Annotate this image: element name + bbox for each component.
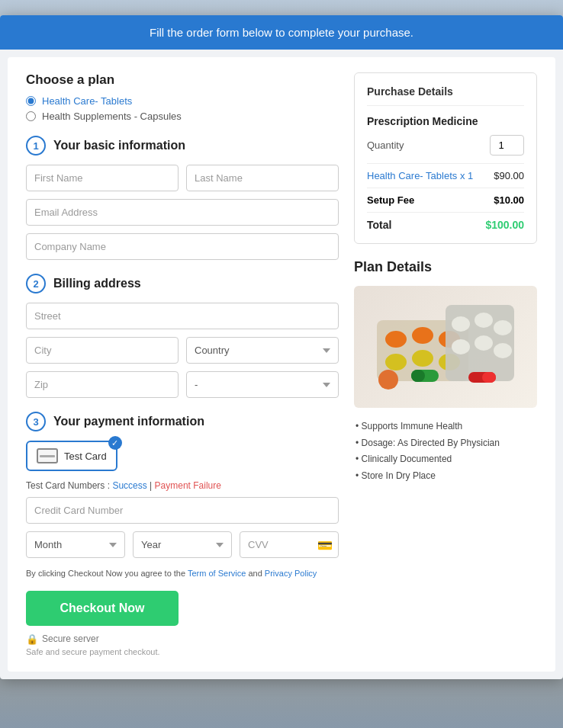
year-field: Year bbox=[133, 531, 232, 558]
lock-icon: 🔒 bbox=[26, 633, 38, 645]
last-name-field bbox=[186, 165, 339, 191]
city-field bbox=[26, 337, 179, 364]
street-row bbox=[26, 303, 339, 329]
purchase-details-title: Purchase Details bbox=[367, 85, 524, 106]
plan-feature-item: Clinically Documented bbox=[354, 451, 537, 468]
month-field: Month bbox=[26, 531, 125, 558]
company-input[interactable] bbox=[26, 233, 339, 260]
purchase-details-box: Purchase Details Prescription Medicine Q… bbox=[354, 72, 537, 244]
left-panel: Choose a plan Health Care- Tablets Healt… bbox=[26, 72, 339, 656]
cc-number-input[interactable] bbox=[26, 497, 339, 524]
email-field bbox=[26, 199, 339, 226]
secure-subtext: Safe and secure payment checkout. bbox=[26, 647, 339, 656]
choose-plan-section: Choose a plan Health Care- Tablets Healt… bbox=[26, 72, 339, 122]
plan-feature-item: Store In Dry Place bbox=[354, 468, 537, 485]
terms-text: By clicking Checkout Now you agree to th… bbox=[26, 567, 339, 580]
svg-point-9 bbox=[475, 313, 493, 328]
quantity-row: Quantity bbox=[367, 135, 524, 156]
state-select[interactable]: - bbox=[186, 371, 339, 398]
tos-link[interactable]: Term of Service bbox=[188, 569, 246, 578]
step1-circle: 1 bbox=[26, 136, 46, 156]
zip-state-row: - bbox=[26, 371, 339, 398]
plan-feature-item: Supports Immune Health bbox=[354, 419, 537, 435]
last-name-input[interactable] bbox=[186, 165, 339, 191]
plan-details-title: Plan Details bbox=[354, 259, 537, 275]
month-select[interactable]: Month bbox=[26, 531, 125, 558]
street-field bbox=[26, 303, 339, 329]
plan-radio-capsules[interactable] bbox=[26, 111, 36, 121]
city-country-row: Country bbox=[26, 337, 339, 364]
card-option[interactable]: Test Card bbox=[26, 441, 117, 471]
test-card-line: Test Card Numbers : Success | Payment Fa… bbox=[26, 480, 339, 491]
svg-point-1 bbox=[385, 331, 407, 348]
total-price: $100.00 bbox=[485, 219, 524, 231]
step3-circle: 3 bbox=[26, 412, 46, 431]
plan-option-capsules[interactable]: Health Supplements - Capsules bbox=[26, 111, 339, 122]
success-link[interactable]: Success bbox=[112, 480, 146, 491]
line-item-qty: 1 bbox=[468, 170, 473, 181]
divider1 bbox=[367, 163, 524, 164]
svg-point-12 bbox=[475, 335, 493, 351]
setup-fee-row: Setup Fee $10.00 bbox=[367, 194, 524, 206]
svg-point-11 bbox=[452, 339, 470, 354]
first-name-field bbox=[26, 165, 179, 191]
secure-line: 🔒 Secure server bbox=[26, 633, 339, 645]
email-input[interactable] bbox=[26, 199, 339, 226]
svg-point-10 bbox=[494, 320, 512, 335]
plan-label-tablets: Health Care- Tablets bbox=[42, 95, 132, 107]
line-item: Health Care- Tablets x 1 $90.00 bbox=[367, 170, 524, 181]
checkout-button[interactable]: Checkout Now bbox=[26, 591, 179, 626]
zip-input[interactable] bbox=[26, 371, 179, 398]
cc-number-field bbox=[26, 497, 339, 524]
svg-point-2 bbox=[412, 327, 433, 344]
first-name-input[interactable] bbox=[26, 165, 179, 191]
zip-field bbox=[26, 371, 179, 398]
plan-label-capsules: Health Supplements - Capsules bbox=[42, 111, 182, 122]
street-input[interactable] bbox=[26, 303, 339, 329]
step1-title: Your basic information bbox=[53, 139, 185, 152]
company-row bbox=[26, 233, 339, 260]
country-select[interactable]: Country bbox=[186, 337, 339, 364]
main-content: Choose a plan Health Care- Tablets Healt… bbox=[8, 57, 555, 672]
cvv-card-icon: 💳 bbox=[317, 537, 333, 552]
plan-features-list: Supports Immune HealthDosage: As Directe… bbox=[354, 419, 537, 484]
expiry-cvv-row: Month Year 💳 bbox=[26, 531, 339, 558]
plan-option-tablets[interactable]: Health Care- Tablets bbox=[26, 95, 339, 107]
svg-rect-15 bbox=[411, 370, 425, 382]
plan-feature-item: Dosage: As Directed By Physician bbox=[354, 435, 537, 452]
banner-text: Fill the order form below to complete yo… bbox=[150, 26, 413, 39]
card-check-icon bbox=[108, 436, 122, 450]
divider3 bbox=[367, 212, 524, 213]
failure-link[interactable]: Payment Failure bbox=[155, 480, 221, 491]
svg-point-5 bbox=[412, 350, 433, 367]
setup-fee-label: Setup Fee bbox=[367, 194, 414, 206]
card-label: Test Card bbox=[64, 451, 107, 462]
test-card-label: Test Card Numbers : bbox=[26, 480, 110, 491]
plan-radio-tablets[interactable] bbox=[26, 96, 36, 106]
top-banner: Fill the order form below to complete yo… bbox=[0, 15, 563, 50]
line-item-price: $90.00 bbox=[494, 170, 524, 181]
step2-header: 2 Billing address bbox=[26, 274, 339, 293]
total-label: Total bbox=[367, 219, 391, 231]
svg-point-13 bbox=[494, 343, 512, 358]
step1-header: 1 Your basic information bbox=[26, 136, 339, 156]
quantity-input[interactable] bbox=[490, 135, 524, 156]
right-panel: Purchase Details Prescription Medicine Q… bbox=[354, 72, 537, 656]
privacy-link[interactable]: Privacy Policy bbox=[265, 569, 317, 578]
quantity-label: Quantity bbox=[367, 140, 404, 151]
card-icon-line bbox=[40, 455, 55, 457]
city-input[interactable] bbox=[26, 337, 179, 364]
svg-point-8 bbox=[452, 316, 470, 332]
company-field bbox=[26, 233, 339, 260]
email-row bbox=[26, 199, 339, 226]
year-select[interactable]: Year bbox=[133, 531, 232, 558]
setup-fee-price: $10.00 bbox=[494, 194, 524, 206]
name-row bbox=[26, 165, 339, 191]
state-field: - bbox=[186, 371, 339, 398]
svg-rect-18 bbox=[482, 372, 496, 383]
card-icon bbox=[37, 448, 58, 463]
step3-title: Your payment information bbox=[53, 415, 204, 428]
step2-title: Billing address bbox=[53, 277, 141, 290]
step2-circle: 2 bbox=[26, 274, 46, 293]
total-row: Total $100.00 bbox=[367, 219, 524, 231]
